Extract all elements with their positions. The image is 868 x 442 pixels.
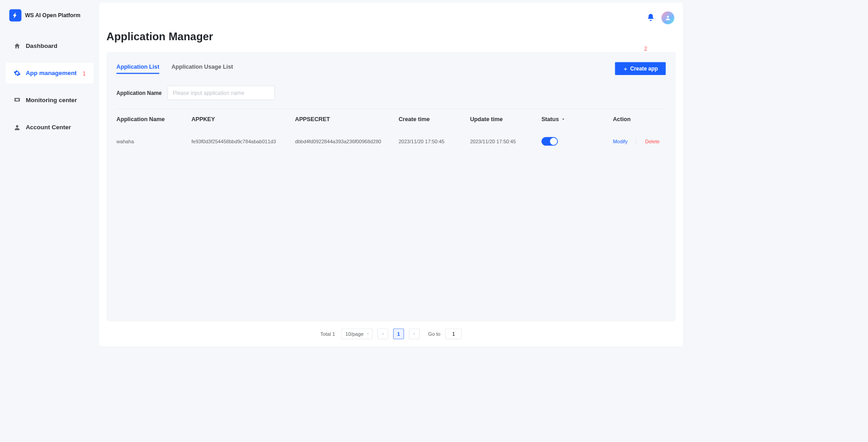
page-size-label: 10/page [345,331,363,337]
table-header: Application Name APPKEY APPSECRET Create… [117,109,666,130]
nav-item-monitoring-center[interactable]: Monitoring center [6,90,94,111]
table-row: wahaha fe93f0d3f254458bbd9c784abab011d3 … [117,130,666,153]
th-action: Action [613,116,677,122]
nav-item-account-center[interactable]: Account Center [6,117,94,138]
th-update-time: Update time [470,116,542,122]
cell-app-name: wahaha [117,139,192,145]
pagination-total: Total 1 [321,331,335,337]
annotation-2: 2 [644,46,647,52]
pagination-page-1[interactable]: 1 [393,329,404,339]
avatar[interactable] [661,11,674,24]
create-app-button[interactable]: ＋ Create app [615,62,666,75]
create-app-label: Create app [630,66,658,71]
svg-point-2 [16,125,18,127]
svg-point-3 [667,16,669,18]
status-toggle[interactable] [542,137,558,146]
modify-link[interactable]: Modify [613,139,628,145]
tabs-row: Application List Application Usage List … [117,62,666,75]
cell-appkey: fe93f0d3f254458bbd9c784abab011d3 [191,139,295,145]
brand-title: WS AI Open Platform [25,12,80,19]
tab-application-usage-list[interactable]: Application Usage List [171,63,233,74]
th-status-label: Status [542,116,559,122]
tab-application-list[interactable]: Application List [117,63,160,74]
tabs: Application List Application Usage List [117,63,233,74]
th-app-name: Application Name [117,116,192,122]
pagination-goto-label: Go to [428,331,440,337]
chevron-right-icon [412,332,416,336]
th-create-time: Create time [399,116,470,122]
cell-create-time: 2023/11/20 17:50:45 [399,139,470,145]
gear-icon [14,70,21,77]
main: Application Manager 2 Application List A… [99,3,683,346]
cell-update-time: 2023/11/20 17:50:45 [470,139,542,145]
pagination: Total 1 10/page 1 Go to [99,329,683,339]
topbar [646,11,675,24]
th-appsecret: APPSECRET [295,116,399,122]
svg-rect-1 [16,99,19,101]
nav-label: App management [26,70,77,77]
page-size-select[interactable]: 10/page [341,329,372,339]
cell-appsecret: dbbd4fd0922844a393a236f00968d280 [295,139,399,145]
page-title: Application Manager [106,31,213,43]
cell-actions: Modify Delete [613,139,677,145]
nav-label: Dashboard [26,42,57,50]
cell-status [542,137,613,146]
nav-item-dashboard[interactable]: Dashboard [6,36,94,56]
monitor-icon [14,97,21,104]
application-name-input[interactable] [167,86,274,100]
caret-down-icon [561,117,565,121]
chevron-down-icon [366,332,370,336]
content-card: 2 Application List Application Usage Lis… [106,52,675,321]
th-status[interactable]: Status [542,116,613,122]
nav: Dashboard App management 1 Monitoring ce… [3,36,96,138]
pagination-next-button[interactable] [409,329,420,339]
separator [636,139,637,145]
brand: WS AI Open Platform [3,3,96,25]
pagination-prev-button[interactable] [377,329,388,339]
nav-label: Monitoring center [26,97,77,104]
filter-label: Application Name [117,90,162,96]
user-icon [14,124,21,131]
filter-row: Application Name [117,86,666,100]
bell-icon[interactable] [646,13,655,23]
brand-logo-icon [9,9,22,22]
nav-badge: 1 [83,70,86,76]
nav-label: Account Center [26,124,71,131]
pagination-goto-input[interactable] [445,329,462,339]
delete-link[interactable]: Delete [645,139,660,145]
sidebar: WS AI Open Platform Dashboard App manage… [3,3,96,346]
home-icon [14,42,21,50]
plus-icon: ＋ [623,66,628,71]
nav-item-app-management[interactable]: App management 1 [6,63,94,84]
chevron-left-icon [381,332,385,336]
th-appkey: APPKEY [191,116,295,122]
applications-table: Application Name APPKEY APPSECRET Create… [117,108,666,153]
